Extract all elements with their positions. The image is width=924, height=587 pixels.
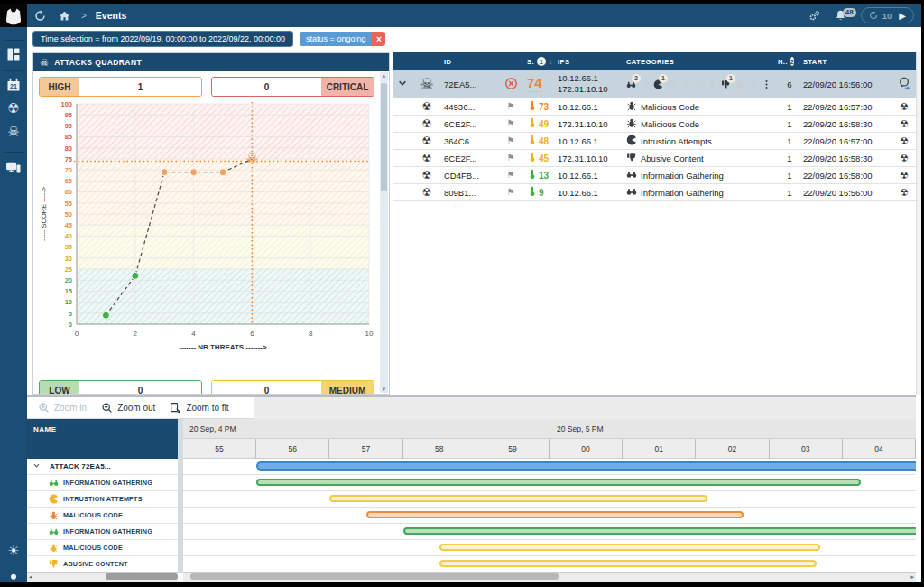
remove-filter-icon[interactable]: × <box>372 32 385 46</box>
quadrant-scrollbar[interactable]: ▲ ▼ <box>380 72 388 393</box>
event-row[interactable]: ☢6CE2F...⚑45172.31.10.10Abusive Content1… <box>393 150 916 167</box>
thumbsdown-icon[interactable]: 1 <box>721 79 731 89</box>
svg-text:6: 6 <box>250 330 254 338</box>
event-id[interactable]: 6CE2F... <box>442 119 494 129</box>
slash-circle-icon[interactable] <box>640 79 650 89</box>
sort-order-badge: 1 <box>537 57 546 66</box>
column-header-categories[interactable]: CATEGORIES <box>624 58 776 66</box>
gantt-bar[interactable] <box>329 495 707 502</box>
time-selection-filter-chip[interactable]: Time selection = from 2022/09/19, 00:00:… <box>32 31 293 48</box>
event-action-icon[interactable]: ☢, <box>891 136 916 146</box>
scroll-down-icon[interactable]: ▼ <box>380 387 388 392</box>
sidebar-item-dashboards[interactable] <box>0 47 27 61</box>
timeline-rows: ATTACK 72EA5...INFORMATION GATHERINGINTR… <box>27 397 916 573</box>
play-icon[interactable]: ▶ <box>899 11 906 21</box>
attacks-quadrant-chart[interactable]: 0510152025303540455055606570758085909510… <box>35 98 380 377</box>
scrollbar-thumb[interactable] <box>381 83 387 191</box>
settings-gears-icon[interactable] <box>808 10 820 22</box>
event-row-parent[interactable]: ☠72EA5...7410.12.66.1172.31.10.10211622/… <box>393 70 916 98</box>
event-id[interactable]: 364C6... <box>442 136 494 146</box>
gantt-bar[interactable] <box>256 461 916 471</box>
timeline-row-label[interactable]: INFORMATION GATHERING <box>27 524 178 540</box>
event-action-icon[interactable]: ☢, <box>891 171 916 181</box>
sidebar-item-theme[interactable]: ☀ <box>0 544 27 557</box>
gantt-bar[interactable] <box>256 479 861 486</box>
column-header-id[interactable]: ID <box>442 58 494 66</box>
xmark-icon[interactable] <box>680 79 690 89</box>
timeline-row-track <box>183 459 916 475</box>
timeline-row-label[interactable]: INFORMATION GATHERING <box>27 475 178 491</box>
event-action-icon[interactable]: ☢, <box>891 119 916 129</box>
svg-text:10: 10 <box>365 330 374 338</box>
gantt-bar[interactable] <box>439 560 817 567</box>
event-row[interactable]: ☢6CE2F...⚑49172.31.10.10Malicious Code12… <box>393 116 916 133</box>
home-icon[interactable] <box>59 10 70 22</box>
timeline-row-label[interactable]: INTRUSTION ATTEMPTS <box>27 491 178 508</box>
breadcrumb-current-page[interactable]: Events <box>96 10 126 21</box>
binoculars-icon[interactable]: 2 <box>626 79 636 89</box>
event-action-icon[interactable] <box>891 77 916 92</box>
user-icon <box>6 573 21 582</box>
event-action-icon[interactable]: ☢, <box>891 102 916 112</box>
sort-desc-icon: ↓ <box>549 57 553 66</box>
timeline-row-label[interactable]: ABUSIVE CONTENT <box>27 556 178 573</box>
scroll-left-icon[interactable]: ◂ <box>29 573 32 582</box>
lock-icon[interactable] <box>735 79 744 89</box>
timeline-row-label[interactable]: MALICIOUS CODE <box>27 508 178 524</box>
flag-icon: ⚑ <box>494 188 525 197</box>
timeline-row-label[interactable]: ATTACK 72EA5... <box>27 459 178 475</box>
sidebar-item-assets[interactable] <box>0 161 27 175</box>
gantt-bar[interactable] <box>403 527 916 535</box>
row-label-text: INFORMATION GATHERING <box>63 479 152 487</box>
event-id[interactable]: CD4FB... <box>442 171 494 181</box>
scrollbar-thumb[interactable] <box>106 573 178 580</box>
svg-text:------- NB THREATS ------->: ------- NB THREATS -------> <box>179 343 267 351</box>
gantt-bar[interactable] <box>366 511 744 518</box>
sort-order-badge: 2 <box>790 57 794 66</box>
history-icon[interactable] <box>34 10 46 22</box>
column-header-start[interactable]: START <box>801 58 891 66</box>
kebab-icon[interactable] <box>762 79 772 89</box>
status-filter-chip[interactable]: status = ongoing × <box>300 32 385 46</box>
app-logo[interactable] <box>0 4 27 29</box>
expand-chevron[interactable] <box>393 78 410 90</box>
name-column-scrollbar[interactable]: ◂ <box>27 572 178 582</box>
scrollbar-thumb[interactable] <box>190 573 559 580</box>
sidebar-item-threats[interactable]: ☢ <box>0 101 27 115</box>
target-icon[interactable] <box>667 79 677 89</box>
event-id[interactable]: 44936... <box>442 102 494 112</box>
event-id[interactable]: 809B1... <box>442 188 494 198</box>
svg-text:25: 25 <box>65 266 72 274</box>
pacman-icon[interactable]: 1 <box>653 79 663 89</box>
event-id[interactable]: 72EA5... <box>442 79 494 89</box>
event-row[interactable]: ☢364C6...⚑4810.12.66.1Intrustion Attempt… <box>393 133 916 150</box>
runner-icon[interactable] <box>748 79 758 89</box>
event-count: 1 <box>776 188 801 198</box>
event-action-icon[interactable]: ☢, <box>891 188 916 198</box>
event-action-icon[interactable]: ☢, <box>891 154 916 163</box>
sidebar-item-calendar[interactable]: 21 <box>0 78 27 92</box>
event-row[interactable]: ☢809B1...⚑910.12.66.1Information Gatheri… <box>393 184 916 201</box>
column-header-count[interactable]: N.. 2 ↓ <box>776 57 801 66</box>
timeline-horizontal-scrollbar[interactable]: ▸ <box>183 572 916 582</box>
timeline-row-label[interactable]: MALICIOUS CODE <box>27 540 178 556</box>
event-row[interactable]: ☢CD4FB...⚑1310.12.66.1Information Gather… <box>393 167 916 184</box>
sidebar-item-account[interactable] <box>0 573 27 582</box>
gantt-bar[interactable] <box>439 544 820 551</box>
svg-text:8: 8 <box>309 330 313 338</box>
column-header-ips[interactable]: IPS <box>556 58 624 66</box>
column-header-score[interactable]: S. 1 ↓ <box>525 57 556 66</box>
scroll-right-icon[interactable]: ▸ <box>910 573 914 582</box>
package-icon[interactable] <box>694 79 704 89</box>
chevron-down-icon[interactable] <box>32 461 41 471</box>
bolt-icon[interactable] <box>707 79 717 89</box>
event-id[interactable]: 6CE2F... <box>442 154 494 163</box>
thermometer-icon <box>527 117 538 130</box>
sidebar-item-attacks[interactable]: ☠ <box>0 125 27 138</box>
svg-text:35: 35 <box>65 243 72 251</box>
sun-icon: ☀ <box>7 544 19 557</box>
auto-refresh-control[interactable]: 10 ▶ <box>861 7 914 23</box>
scroll-up-icon[interactable]: ▲ <box>380 73 388 79</box>
event-row[interactable]: ☢44936...⚑7310.12.66.1Malicious Code122/… <box>393 98 916 116</box>
svg-text:30: 30 <box>65 255 72 263</box>
